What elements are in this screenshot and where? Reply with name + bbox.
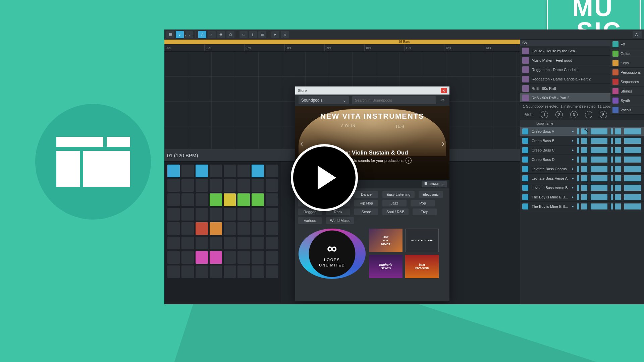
tile-euphoric-beats[interactable]: EuphoricBEATS <box>369 255 402 278</box>
beat-pad[interactable] <box>266 193 278 206</box>
sort-name-button[interactable]: ☰NAME⌄ <box>422 181 447 187</box>
beat-pad[interactable] <box>252 265 264 278</box>
tool-sliders-icon[interactable]: ⫞ <box>208 31 216 38</box>
beat-pad[interactable] <box>224 265 236 278</box>
genre-chip[interactable]: Pop <box>411 200 435 206</box>
pitch-button[interactable]: 3 <box>570 111 578 118</box>
pitch-button[interactable]: 2 <box>555 111 563 118</box>
tool-note-icon[interactable]: ♪ <box>176 31 184 38</box>
beat-pad[interactable] <box>224 208 236 221</box>
beat-pad[interactable] <box>196 179 208 192</box>
instrument-category[interactable]: FX <box>610 40 644 49</box>
beat-pad[interactable] <box>196 251 208 264</box>
beat-pad[interactable] <box>167 237 180 249</box>
loop-item[interactable]: Creep Bass C▸ <box>520 145 644 155</box>
tool-mixer-icon[interactable]: ⎍ <box>198 31 206 38</box>
beat-pad[interactable] <box>181 208 194 221</box>
beat-pad[interactable] <box>167 222 180 235</box>
beat-pad[interactable] <box>210 208 222 221</box>
beat-pad[interactable] <box>196 193 208 206</box>
beat-pad[interactable] <box>266 265 278 278</box>
loop-play-icon[interactable]: ▸ <box>572 204 574 208</box>
genre-chip[interactable]: Various <box>298 217 322 224</box>
tool-snap-icon[interactable]: ⎌ <box>281 31 289 38</box>
beat-pad[interactable] <box>266 237 278 249</box>
beat-pad[interactable] <box>252 251 264 264</box>
tool-play-icon[interactable]: ▸ <box>271 31 279 38</box>
store-search-input[interactable] <box>352 96 436 104</box>
beat-pad[interactable] <box>266 165 278 177</box>
tile-beat-invasion[interactable]: beatINVASION <box>405 255 439 278</box>
video-play-button[interactable] <box>291 144 358 211</box>
beat-pad[interactable] <box>252 165 264 177</box>
beat-pad[interactable] <box>237 165 250 177</box>
beat-pad[interactable] <box>167 165 180 177</box>
beat-pad[interactable] <box>181 193 194 206</box>
beat-pad[interactable] <box>167 265 180 278</box>
beat-pad[interactable] <box>167 208 180 221</box>
tool-export-icon[interactable]: ⎙ <box>226 31 234 38</box>
pitch-button[interactable]: 5 <box>600 111 607 118</box>
loop-item[interactable]: Levitate Bass Verse A▸ <box>520 174 644 183</box>
beat-pad[interactable] <box>237 251 250 264</box>
beat-pad[interactable] <box>167 193 180 206</box>
loop-item[interactable]: The Boy is Mine E B...▸ <box>520 202 644 211</box>
beat-pad[interactable] <box>181 251 194 264</box>
beat-pad[interactable] <box>210 179 222 192</box>
tile-loops-unlimited[interactable]: ∞ LOOPS UNLIMITED <box>299 229 366 279</box>
beat-pad[interactable] <box>237 179 250 192</box>
beat-pad[interactable] <box>167 251 180 264</box>
beat-pad[interactable] <box>181 165 194 177</box>
beat-pad[interactable] <box>210 251 222 264</box>
beat-pad[interactable] <box>266 222 278 235</box>
loop-play-icon[interactable]: ▸ <box>572 185 574 190</box>
tool-fx-icon[interactable]: ◉ <box>217 31 225 38</box>
genre-chip[interactable]: Dance <box>354 191 378 198</box>
hero-prev-icon[interactable]: ‹ <box>297 138 306 147</box>
beat-pad[interactable] <box>196 237 208 249</box>
instrument-category[interactable]: Sequences <box>610 77 644 86</box>
genre-chip[interactable]: Score <box>354 208 378 215</box>
loop-play-icon[interactable]: ▸ <box>572 167 574 171</box>
genre-chip[interactable]: Hip Hop <box>354 200 378 206</box>
loop-item[interactable]: The Boy is Mine E B...▸ <box>520 192 644 202</box>
loop-play-icon[interactable]: ▸ <box>572 157 574 162</box>
beat-pad[interactable] <box>196 222 208 235</box>
beat-pad[interactable] <box>237 193 250 206</box>
genre-chip[interactable]: Electronic <box>419 191 443 198</box>
instrument-category[interactable]: Percussions <box>610 68 644 77</box>
beat-pad[interactable] <box>181 179 194 192</box>
instrument-category[interactable]: Synth <box>610 96 644 105</box>
beat-pad[interactable] <box>252 222 264 235</box>
beat-pad[interactable] <box>266 251 278 264</box>
tool-list-icon[interactable]: ☰ <box>258 31 266 38</box>
store-category-dropdown[interactable]: Soundpools⌄ <box>299 96 349 104</box>
loop-play-icon[interactable]: ▸ <box>572 176 574 180</box>
beat-pad[interactable] <box>224 193 236 206</box>
beat-pad[interactable] <box>237 222 250 235</box>
tile-industrial-tek[interactable]: INDUSTRIAL TEK <box>405 229 439 252</box>
beat-pad[interactable] <box>252 208 264 221</box>
genre-chip[interactable]: World Music <box>326 217 354 224</box>
beat-pad[interactable] <box>237 237 250 249</box>
filter-all-button[interactable]: All <box>633 31 642 38</box>
beat-pad[interactable] <box>224 165 236 177</box>
gear-icon[interactable]: ⚙ <box>439 97 446 104</box>
instrument-category[interactable]: Vocals <box>610 105 644 115</box>
beat-pad[interactable] <box>167 179 180 192</box>
beat-pad[interactable] <box>224 179 236 192</box>
beat-pad[interactable] <box>266 208 278 221</box>
genre-chip[interactable]: Easy Listening <box>382 191 415 198</box>
beat-pad[interactable] <box>252 179 264 192</box>
hero-next-icon[interactable]: › <box>439 138 447 147</box>
close-icon[interactable]: ✕ <box>441 88 447 93</box>
pitch-button[interactable]: 1 <box>541 111 548 118</box>
loop-item[interactable]: Creep Bass B▸ <box>520 136 644 145</box>
pitch-button[interactable]: 4 <box>585 111 592 118</box>
loop-item[interactable]: Levitate Bass Verse B▸ <box>520 183 644 192</box>
beat-pad[interactable] <box>196 208 208 221</box>
instrument-category[interactable]: Guitar <box>610 49 644 58</box>
beat-pad[interactable] <box>224 222 236 235</box>
beat-pad[interactable] <box>237 265 250 278</box>
beat-pad[interactable] <box>252 193 264 206</box>
